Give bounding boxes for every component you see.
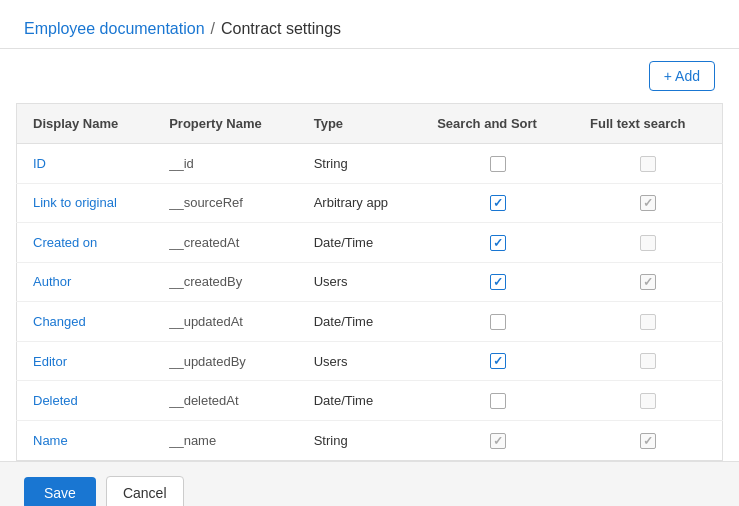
type-cell: Users (298, 262, 422, 302)
breadcrumb: Employee documentation / Contract settin… (24, 20, 715, 38)
search-sort-cell (421, 302, 574, 342)
display-name-cell[interactable]: Author (17, 262, 154, 302)
display-name-cell[interactable]: Changed (17, 302, 154, 342)
type-cell: Date/Time (298, 302, 422, 342)
full-text-cell (574, 223, 722, 263)
search-sort-cell (421, 223, 574, 263)
search-sort-cell (421, 341, 574, 381)
full-text-cell (574, 262, 722, 302)
property-name-cell: __createdBy (153, 262, 297, 302)
display-name-cell[interactable]: Editor (17, 341, 154, 381)
search-sort-checkbox[interactable] (490, 353, 506, 369)
col-display-name: Display Name (17, 104, 154, 144)
search-sort-checkbox[interactable] (490, 314, 506, 330)
page-container: Employee documentation / Contract settin… (0, 0, 739, 506)
type-cell: Arbitrary app (298, 183, 422, 223)
search-sort-checkbox[interactable] (490, 195, 506, 211)
full-text-checkbox[interactable] (640, 274, 656, 290)
property-name-cell: __sourceRef (153, 183, 297, 223)
table-row: Editor__updatedByUsers (17, 341, 723, 381)
col-type: Type (298, 104, 422, 144)
search-sort-cell (421, 381, 574, 421)
save-button[interactable]: Save (24, 477, 96, 507)
table-header-row: Display Name Property Name Type Search a… (17, 104, 723, 144)
display-name-cell[interactable]: Name (17, 420, 154, 460)
settings-table: Display Name Property Name Type Search a… (16, 103, 723, 461)
add-button[interactable]: + Add (649, 61, 715, 91)
full-text-cell (574, 302, 722, 342)
display-name-cell[interactable]: Created on (17, 223, 154, 263)
toolbar: + Add (0, 49, 739, 103)
type-cell: Date/Time (298, 223, 422, 263)
table-row: Name__nameString (17, 420, 723, 460)
table-row: Created on__createdAtDate/Time (17, 223, 723, 263)
table-row: Deleted__deletedAtDate/Time (17, 381, 723, 421)
search-sort-checkbox[interactable] (490, 393, 506, 409)
table-row: Author__createdByUsers (17, 262, 723, 302)
property-name-cell: __deletedAt (153, 381, 297, 421)
property-name-cell: __updatedAt (153, 302, 297, 342)
col-property-name: Property Name (153, 104, 297, 144)
property-name-cell: __id (153, 144, 297, 184)
full-text-checkbox[interactable] (640, 235, 656, 251)
search-sort-cell (421, 420, 574, 460)
breadcrumb-parent[interactable]: Employee documentation (24, 20, 205, 38)
table-wrapper: Display Name Property Name Type Search a… (0, 103, 739, 461)
footer: Save Cancel (0, 461, 739, 507)
header: Employee documentation / Contract settin… (0, 0, 739, 49)
property-name-cell: __name (153, 420, 297, 460)
full-text-cell (574, 341, 722, 381)
full-text-checkbox[interactable] (640, 353, 656, 369)
full-text-checkbox[interactable] (640, 433, 656, 449)
type-cell: String (298, 144, 422, 184)
table-row: Link to original__sourceRefArbitrary app (17, 183, 723, 223)
cancel-button[interactable]: Cancel (106, 476, 184, 507)
type-cell: String (298, 420, 422, 460)
table-row: ID__idString (17, 144, 723, 184)
col-full-text: Full text search (574, 104, 722, 144)
table-row: Changed__updatedAtDate/Time (17, 302, 723, 342)
breadcrumb-separator: / (211, 20, 215, 38)
full-text-checkbox[interactable] (640, 314, 656, 330)
display-name-cell[interactable]: Deleted (17, 381, 154, 421)
search-sort-checkbox[interactable] (490, 156, 506, 172)
full-text-checkbox[interactable] (640, 156, 656, 172)
type-cell: Date/Time (298, 381, 422, 421)
full-text-checkbox[interactable] (640, 195, 656, 211)
full-text-checkbox[interactable] (640, 393, 656, 409)
full-text-cell (574, 144, 722, 184)
property-name-cell: __createdAt (153, 223, 297, 263)
search-sort-checkbox[interactable] (490, 433, 506, 449)
full-text-cell (574, 381, 722, 421)
search-sort-cell (421, 262, 574, 302)
property-name-cell: __updatedBy (153, 341, 297, 381)
full-text-cell (574, 183, 722, 223)
display-name-cell[interactable]: ID (17, 144, 154, 184)
col-search-sort: Search and Sort (421, 104, 574, 144)
search-sort-checkbox[interactable] (490, 274, 506, 290)
type-cell: Users (298, 341, 422, 381)
search-sort-checkbox[interactable] (490, 235, 506, 251)
search-sort-cell (421, 144, 574, 184)
full-text-cell (574, 420, 722, 460)
display-name-cell[interactable]: Link to original (17, 183, 154, 223)
search-sort-cell (421, 183, 574, 223)
breadcrumb-current: Contract settings (221, 20, 341, 38)
